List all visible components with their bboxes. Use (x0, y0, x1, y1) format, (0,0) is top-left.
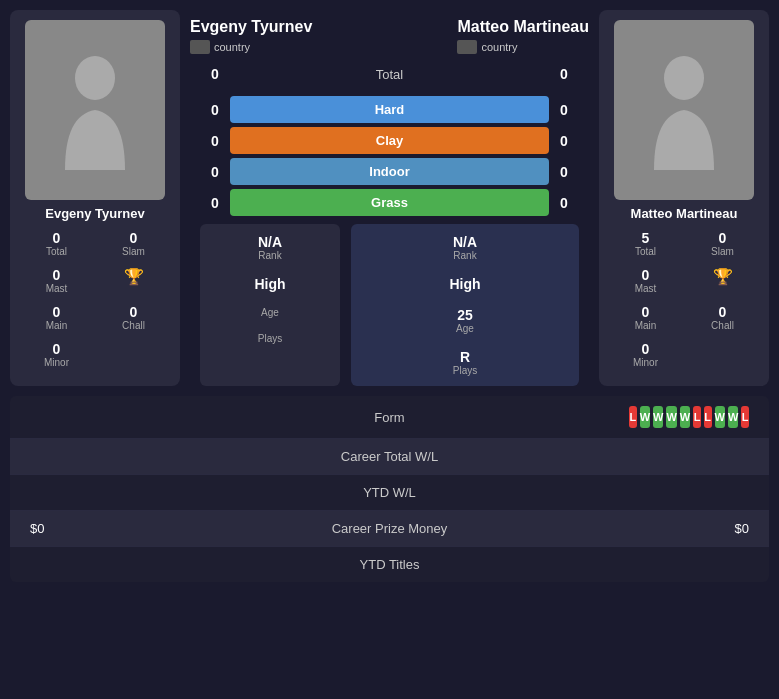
career-prize-left: $0 (30, 521, 150, 536)
left-slam-label: Slam (100, 246, 167, 257)
right-slam-cell: 0 Slam (686, 227, 759, 260)
left-total-value: 0 (23, 230, 90, 246)
form-label: Form (150, 410, 629, 425)
right-flag-icon (457, 40, 477, 54)
right-slam-label: Slam (689, 246, 756, 257)
right-total-score: 0 (549, 66, 579, 82)
indoor-court-row: 0 Indoor 0 (200, 158, 579, 185)
left-player-card: Evgeny Tyurnev 0 Total 0 Slam 0 Mast 🏆 (10, 10, 180, 386)
hard-left-score: 0 (200, 102, 230, 118)
left-total-score: 0 (200, 66, 230, 82)
right-player-avatar (614, 20, 754, 200)
right-rank-item: N/A Rank (366, 234, 564, 261)
career-wl-row: Career Total W/L (10, 439, 769, 475)
left-minor-label: Minor (23, 357, 90, 368)
right-main-value: 0 (612, 304, 679, 320)
left-minor-cell: 0 Minor (20, 338, 93, 371)
left-mast-value: 0 (23, 267, 90, 283)
form-badge: L (629, 406, 637, 428)
right-chall-cell: 0 Chall (686, 301, 759, 334)
right-avatar-silhouette (644, 50, 724, 170)
left-chall-label: Chall (100, 320, 167, 331)
right-minor-cell: 0 Minor (609, 338, 682, 371)
right-chall-value: 0 (689, 304, 756, 320)
indoor-right-score: 0 (549, 164, 579, 180)
left-main-label: Main (23, 320, 90, 331)
right-rank-label: Rank (366, 250, 564, 261)
ytd-titles-row: YTD Titles (10, 547, 769, 582)
right-high-item: High (366, 276, 564, 292)
ytd-wl-label: YTD W/L (150, 485, 629, 500)
left-rank-item: N/A Rank (215, 234, 325, 261)
left-plays-label: Plays (215, 333, 325, 344)
left-player-title-block: Evgeny Tyurnev country (190, 18, 312, 54)
right-info-block: N/A Rank High 25 Age R Plays (351, 224, 579, 386)
left-minor-value: 0 (23, 341, 90, 357)
courts-section: 0 Total 0 0 Hard 0 0 Clay 0 0 Indoor (180, 62, 599, 216)
left-chall-value: 0 (100, 304, 167, 320)
left-high-value: High (215, 276, 325, 292)
right-main-label: Main (612, 320, 679, 331)
left-trophy-cell: 🏆 (97, 264, 170, 297)
headers-row: Evgeny Tyurnev country Matteo Martineau … (180, 10, 599, 62)
form-badge: L (693, 406, 701, 428)
indoor-court-btn[interactable]: Indoor (230, 158, 549, 185)
career-prize-label: Career Prize Money (150, 521, 629, 536)
right-minor-value: 0 (612, 341, 679, 357)
indoor-left-score: 0 (200, 164, 230, 180)
career-wl-label: Career Total W/L (150, 449, 629, 464)
left-main-value: 0 (23, 304, 90, 320)
right-trophy-icon: 🏆 (689, 267, 756, 286)
left-rank-value: N/A (215, 234, 325, 250)
grass-right-score: 0 (549, 195, 579, 211)
left-flag-icon (190, 40, 210, 54)
right-age-item: 25 Age (366, 307, 564, 334)
right-total-value: 5 (612, 230, 679, 246)
main-container: Evgeny Tyurnev 0 Total 0 Slam 0 Mast 🏆 (0, 0, 779, 592)
right-player-name: Matteo Martineau (631, 206, 738, 221)
right-rank-value: N/A (366, 234, 564, 250)
left-chall-cell: 0 Chall (97, 301, 170, 334)
clay-court-row: 0 Clay 0 (200, 127, 579, 154)
grass-court-btn[interactable]: Grass (230, 189, 549, 216)
clay-right-score: 0 (549, 133, 579, 149)
hard-right-score: 0 (549, 102, 579, 118)
ytd-titles-label: YTD Titles (150, 557, 629, 572)
right-age-value: 25 (366, 307, 564, 323)
right-mast-label: Mast (612, 283, 679, 294)
right-player-title-block: Matteo Martineau country (457, 18, 589, 54)
comparison-section: Evgeny Tyurnev 0 Total 0 Slam 0 Mast 🏆 (10, 10, 769, 386)
form-badge: W (653, 406, 663, 428)
svg-point-0 (75, 56, 115, 100)
hard-court-btn[interactable]: Hard (230, 96, 549, 123)
right-plays-label: Plays (366, 365, 564, 376)
left-high-item: High (215, 276, 325, 292)
right-plays-value: R (366, 349, 564, 365)
hard-court-row: 0 Hard 0 (200, 96, 579, 123)
left-plays-item: Plays (215, 333, 325, 344)
left-info-block: N/A Rank High Age Plays (200, 224, 340, 386)
left-age-label: Age (215, 307, 325, 318)
left-player-avatar (25, 20, 165, 200)
right-country-badge: country (457, 40, 589, 54)
left-trophy-icon: 🏆 (100, 267, 167, 286)
right-trophy-cell: 🏆 (686, 264, 759, 297)
left-country-text: country (214, 41, 250, 53)
career-prize-right: $0 (629, 521, 749, 536)
clay-court-btn[interactable]: Clay (230, 127, 549, 154)
total-label: Total (230, 67, 549, 82)
right-stats-grid: 5 Total 0 Slam 0 Mast 🏆 0 Main (609, 227, 759, 371)
right-high-value: High (366, 276, 564, 292)
right-age-label: Age (366, 323, 564, 334)
right-total-cell: 5 Total (609, 227, 682, 260)
right-player-title: Matteo Martineau (457, 18, 589, 36)
left-total-label: Total (23, 246, 90, 257)
right-minor-label: Minor (612, 357, 679, 368)
left-slam-cell: 0 Slam (97, 227, 170, 260)
left-rank-label: Rank (215, 250, 325, 261)
left-stats-grid: 0 Total 0 Slam 0 Mast 🏆 0 Main (20, 227, 170, 371)
right-player-card: Matteo Martineau 5 Total 0 Slam 0 Mast 🏆 (599, 10, 769, 386)
form-badge: W (640, 406, 650, 428)
svg-point-1 (664, 56, 704, 100)
left-avatar-silhouette (55, 50, 135, 170)
